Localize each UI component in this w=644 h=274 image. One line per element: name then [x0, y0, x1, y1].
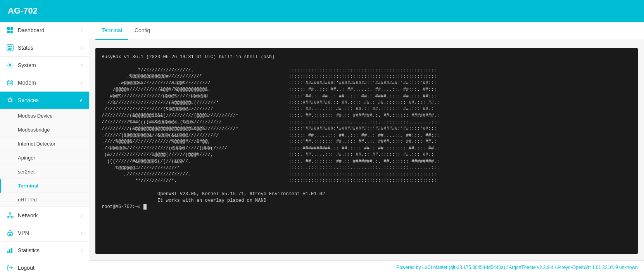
- header: AG-702: [0, 0, 644, 22]
- sidebar-item-modem[interactable]: Modem ›: [0, 74, 89, 92]
- logo: AG-702: [8, 6, 38, 16]
- svg-rect-5: [8, 46, 10, 47]
- modem-icon: [6, 79, 14, 87]
- sidebar-item-network[interactable]: Network ›: [0, 207, 89, 224]
- status-label: Status: [18, 45, 81, 51]
- tabs-bar: Terminal Config: [89, 22, 644, 40]
- status-chevron: ›: [81, 45, 83, 50]
- modem-label: Modem: [18, 80, 81, 86]
- sidebar-item-system[interactable]: System ›: [0, 57, 89, 74]
- svg-rect-21: [11, 248, 12, 253]
- svg-point-13: [11, 83, 12, 83]
- logout-icon: [6, 264, 14, 272]
- vpn-label: VPN: [18, 230, 81, 236]
- sidebar-item-statistics[interactable]: Statistics ›: [0, 242, 89, 259]
- sidebar-item-status[interactable]: Status ›: [0, 39, 89, 57]
- sidebar-item-dashboard[interactable]: Dashboard ›: [0, 22, 89, 39]
- layout: Dashboard › Status › System › Modem ›: [0, 22, 644, 274]
- sidebar-item-services[interactable]: Services ∨: [0, 92, 89, 109]
- sidebar-subitem-ser2net[interactable]: ser2net: [0, 165, 89, 179]
- network-icon: [6, 212, 14, 219]
- dashboard-icon: [6, 26, 14, 34]
- services-submenu: Modbus Device Modbusbridge Internet Dete…: [0, 109, 89, 207]
- statistics-label: Statistics: [18, 247, 81, 253]
- network-label: Network: [18, 212, 81, 219]
- services-chevron: ∨: [79, 97, 83, 103]
- statistics-icon: [6, 246, 14, 254]
- content-area: BusyBox v1.36.1 (2023-06-26 19:31:41 UTC…: [89, 40, 644, 260]
- sidebar-item-vpn[interactable]: VPN ›: [0, 224, 89, 242]
- system-chevron: ›: [81, 62, 83, 68]
- vpn-icon: [6, 229, 14, 237]
- svg-rect-0: [7, 27, 10, 30]
- main-content: Terminal Config BusyBox v1.36.1 (2023-06…: [89, 22, 644, 274]
- footer: Powered by LuCI Master (git-23.175.80454…: [89, 260, 644, 274]
- svg-rect-19: [7, 251, 9, 253]
- svg-point-14: [9, 213, 11, 214]
- services-label: Services: [18, 97, 79, 103]
- svg-rect-7: [8, 48, 12, 49]
- svg-rect-6: [10, 46, 12, 47]
- svg-rect-4: [7, 45, 13, 51]
- tab-terminal[interactable]: Terminal: [95, 22, 128, 40]
- svg-point-15: [7, 217, 9, 218]
- svg-point-11: [9, 83, 9, 83]
- terminal-container[interactable]: BusyBox v1.36.1 (2023-06-26 19:31:41 UTC…: [95, 48, 638, 254]
- services-icon: [6, 96, 14, 104]
- status-icon: [6, 44, 14, 52]
- tab-config[interactable]: Config: [128, 22, 156, 40]
- svg-point-12: [10, 83, 10, 83]
- svg-point-16: [12, 217, 13, 218]
- sidebar-subitem-modbus-device[interactable]: Modbus Device: [0, 109, 89, 123]
- sidebar-item-logout[interactable]: Logout: [0, 259, 89, 274]
- system-label: System: [18, 62, 81, 68]
- statistics-chevron: ›: [81, 248, 83, 253]
- dashboard-label: Dashboard: [18, 27, 81, 33]
- logout-label: Logout: [18, 265, 83, 271]
- footer-link[interactable]: Powered by LuCI Master (git-23.175.80454…: [396, 265, 638, 270]
- sidebar-subitem-apinger[interactable]: Apinger: [0, 151, 89, 165]
- system-icon: [6, 61, 14, 69]
- svg-rect-2: [7, 31, 10, 33]
- svg-rect-3: [10, 31, 13, 33]
- svg-rect-20: [9, 249, 10, 253]
- sidebar-subitem-terminal[interactable]: Terminal: [0, 179, 89, 193]
- sidebar-subitem-modbusbridge[interactable]: Modbusbridge: [0, 123, 89, 137]
- sidebar: Dashboard › Status › System › Modem ›: [0, 22, 89, 274]
- svg-rect-8: [8, 49, 11, 50]
- dashboard-chevron: ›: [81, 28, 83, 33]
- sidebar-subitem-internet-detector[interactable]: Internet Detector: [0, 137, 89, 151]
- svg-point-18: [10, 234, 11, 235]
- terminal-body[interactable]: BusyBox v1.36.1 (2023-06-26 19:31:41 UTC…: [95, 48, 638, 254]
- network-chevron: ›: [81, 213, 83, 218]
- svg-point-9: [9, 64, 11, 66]
- modem-chevron: ›: [81, 80, 83, 85]
- svg-rect-1: [10, 27, 13, 30]
- sidebar-subitem-uhttpd[interactable]: uHTTPd: [0, 193, 89, 207]
- vpn-chevron: ›: [81, 230, 83, 236]
